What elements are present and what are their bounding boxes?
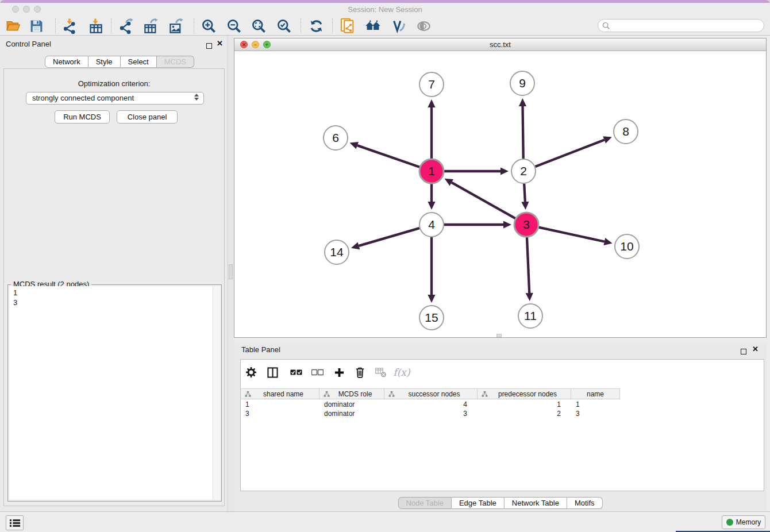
table-row[interactable]: 3dominator323 bbox=[241, 409, 620, 418]
tab-mcds[interactable]: MCDS bbox=[157, 56, 194, 68]
cell-shared-name[interactable]: 3 bbox=[241, 409, 319, 418]
column-header-mcds-role[interactable]: MCDS role bbox=[319, 389, 384, 399]
column-type-icon bbox=[388, 391, 395, 399]
open-file-icon[interactable] bbox=[5, 17, 22, 34]
titlebar[interactable]: Session: New Session bbox=[0, 3, 770, 16]
refresh-network-icon[interactable] bbox=[307, 17, 325, 34]
import-network-icon[interactable] bbox=[61, 17, 78, 34]
close-network-button[interactable]: ✕ bbox=[240, 41, 248, 48]
delete-column-trash-icon[interactable] bbox=[353, 365, 367, 379]
edge-2-3[interactable] bbox=[524, 184, 525, 202]
cell-mcds-role[interactable]: dominator bbox=[319, 400, 384, 409]
tab-style[interactable]: Style bbox=[88, 56, 121, 68]
tab-edge-table[interactable]: Edge Table bbox=[452, 497, 505, 509]
close-panel-icon[interactable]: ✕ bbox=[217, 41, 223, 47]
close-window-button[interactable] bbox=[12, 6, 19, 13]
minimize-window-button[interactable] bbox=[23, 6, 30, 13]
table-settings-gear-icon[interactable] bbox=[244, 365, 258, 379]
table-row[interactable]: 1dominator411 bbox=[241, 400, 620, 409]
save-session-icon[interactable] bbox=[28, 17, 45, 34]
task-history-button[interactable] bbox=[6, 515, 24, 530]
maximize-network-button[interactable]: + bbox=[263, 41, 271, 48]
network-canvas[interactable]: 7968124314101511 bbox=[234, 51, 766, 337]
tab-node-table[interactable]: Node Table bbox=[398, 497, 452, 509]
edge-4-14[interactable] bbox=[359, 228, 419, 246]
show-graphics-details-icon[interactable] bbox=[390, 17, 407, 34]
node-label-4: 4 bbox=[428, 218, 435, 231]
search-field[interactable] bbox=[598, 19, 764, 32]
column-type-icon bbox=[324, 391, 330, 399]
toolbar-separator bbox=[194, 18, 194, 33]
window-title: Session: New Session bbox=[0, 3, 770, 16]
edge-3-1[interactable] bbox=[452, 183, 515, 219]
zoom-selected-icon[interactable] bbox=[275, 17, 292, 34]
search-icon bbox=[602, 22, 610, 30]
column-header-predecessor-nodes[interactable]: predecessor nodes bbox=[478, 389, 571, 399]
node-table: f(x) shared nameMCDS rolesuccessor nodes… bbox=[240, 359, 764, 491]
network-view-window: ✕ − + scc.txt 7968124314101511 bbox=[234, 38, 767, 338]
tab-select[interactable]: Select bbox=[121, 56, 157, 68]
column-header-name[interactable]: name bbox=[571, 389, 620, 399]
export-image-icon[interactable] bbox=[167, 17, 184, 34]
zoom-out-icon[interactable] bbox=[225, 17, 242, 34]
edge-arrowhead-1-6 bbox=[350, 142, 359, 149]
function-builder-icon[interactable]: f(x) bbox=[395, 365, 409, 379]
memory-status-icon bbox=[726, 519, 733, 526]
run-mcds-button[interactable]: Run MCDS bbox=[55, 110, 110, 124]
mcds-result-scrollbar[interactable] bbox=[213, 286, 220, 500]
close-panel-button[interactable]: Close panel bbox=[117, 110, 178, 124]
memory-button[interactable]: Memory bbox=[722, 515, 765, 529]
zoom-in-icon[interactable] bbox=[200, 17, 217, 34]
cell-successor-nodes[interactable]: 4 bbox=[384, 400, 478, 409]
float-table-panel-icon[interactable] bbox=[741, 346, 746, 357]
minimize-network-button[interactable]: − bbox=[252, 41, 259, 48]
criterion-dropdown[interactable]: strongly connected component bbox=[26, 92, 204, 105]
deselect-all-checkboxes-icon[interactable] bbox=[310, 365, 324, 379]
edge-3-11[interactable] bbox=[527, 237, 529, 293]
eye-icon[interactable] bbox=[415, 17, 432, 34]
zoom-fit-icon[interactable] bbox=[250, 17, 267, 34]
tab-network[interactable]: Network bbox=[45, 56, 88, 68]
float-panel-icon[interactable] bbox=[206, 41, 212, 51]
column-header-successor-nodes[interactable]: successor nodes bbox=[384, 389, 478, 399]
cell-name[interactable]: 3 bbox=[571, 409, 620, 418]
edge-2-9[interactable] bbox=[523, 106, 523, 159]
column-layout-icon[interactable] bbox=[265, 365, 279, 379]
column-header-shared-name[interactable]: shared name bbox=[241, 389, 319, 399]
canvas-resize-handle[interactable] bbox=[496, 334, 502, 337]
cell-predecessor-nodes[interactable]: 2 bbox=[478, 409, 571, 418]
import-table-icon[interactable] bbox=[87, 17, 104, 34]
node-label-2: 2 bbox=[520, 164, 527, 178]
mcds-result-text: 1 3 bbox=[9, 286, 213, 307]
cell-name[interactable]: 1 bbox=[571, 400, 620, 409]
column-label: MCDS role bbox=[338, 390, 372, 398]
mcds-result-group: MCDS result (2 nodes) 1 3 bbox=[7, 284, 222, 502]
cell-predecessor-nodes[interactable]: 1 bbox=[478, 400, 571, 409]
delete-table-icon[interactable] bbox=[374, 365, 388, 379]
edge-2-8[interactable] bbox=[536, 140, 605, 167]
tab-network-table[interactable]: Network Table bbox=[505, 497, 567, 509]
new-network-from-selection-icon[interactable] bbox=[339, 17, 356, 34]
memory-label: Memory bbox=[736, 518, 761, 526]
export-table-icon[interactable] bbox=[142, 17, 159, 34]
mcds-result-area[interactable]: 1 3 bbox=[9, 286, 213, 500]
edge-1-6[interactable] bbox=[357, 145, 419, 167]
close-table-panel-icon[interactable]: ✕ bbox=[752, 346, 759, 352]
network-window-titlebar[interactable]: ✕ − + scc.txt bbox=[234, 38, 766, 51]
optimization-criterion-label: Optimization criterion: bbox=[4, 79, 224, 88]
zoom-window-button[interactable] bbox=[34, 6, 41, 13]
cell-successor-nodes[interactable]: 3 bbox=[384, 409, 478, 418]
edge-3-10[interactable] bbox=[538, 228, 604, 242]
export-network-icon[interactable] bbox=[117, 17, 134, 34]
select-all-checkboxes-icon[interactable] bbox=[289, 365, 303, 379]
tab-motifs[interactable]: Motifs bbox=[567, 497, 603, 509]
search-input[interactable] bbox=[613, 21, 757, 30]
panel-splitter[interactable] bbox=[228, 36, 234, 511]
add-column-icon[interactable] bbox=[332, 365, 346, 379]
cell-mcds-role[interactable]: dominator bbox=[319, 409, 384, 418]
column-label: name bbox=[587, 390, 604, 398]
cell-shared-name[interactable]: 1 bbox=[241, 400, 319, 409]
apply-layout-icon[interactable] bbox=[364, 17, 382, 34]
splitter-handle[interactable] bbox=[229, 264, 233, 279]
table-header-row: shared nameMCDS rolesuccessor nodesprede… bbox=[241, 388, 620, 399]
